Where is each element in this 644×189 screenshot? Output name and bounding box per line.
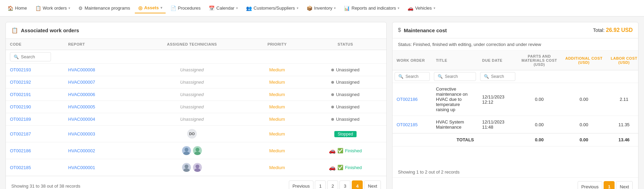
nav-customers-suppliers[interactable]: 👥 Customers/Suppliers ▾ [243, 3, 302, 13]
status-cell: 🚗 ✅ Finished [304, 159, 386, 176]
priority-badge: Medium [269, 131, 285, 137]
right-header-row: WORK ORDER TITLE DUE DATE PARTS ANDMATER… [392, 51, 638, 70]
status-line: Status: Finished, finished with editing,… [392, 38, 638, 51]
labor-cost-cell: 11.35 [607, 116, 638, 133]
due-date-cell: 12/11/2023 12:12 [478, 83, 517, 116]
svg-point-6 [195, 165, 199, 168]
nav-assets[interactable]: ◎ Assets ▾ [135, 3, 166, 13]
col-due-date: DUE DATE [478, 51, 517, 70]
status-dot-icon [331, 93, 334, 96]
status-cell: Unassigned [304, 101, 386, 113]
nav-reports[interactable]: 📊 Reports and indicators ▾ [340, 3, 403, 13]
search-title-input[interactable] [445, 74, 472, 79]
left-pagination-row: Showing 31 to 38 out of 38 records Previ… [6, 176, 386, 189]
procedures-icon: 📄 [170, 5, 176, 11]
page-2-button[interactable]: 2 [327, 180, 338, 189]
nav-home[interactable]: 🏠 Home [4, 3, 30, 13]
check-icon: ✅ [337, 165, 343, 170]
work-order-code-link[interactable]: OT002190 [10, 104, 31, 109]
do-badge: DO [187, 129, 197, 139]
report-link[interactable]: HVAC000005 [68, 104, 95, 109]
priority-badge: Medium [269, 67, 285, 72]
col-report: REPORT [64, 39, 134, 50]
search-wrap[interactable]: 🔍 [10, 52, 51, 61]
title-cell: Corrective maintenance on HVAC due to te… [432, 83, 478, 116]
right-next-button[interactable]: Next [616, 181, 633, 189]
page-3-button[interactable]: 3 [339, 180, 350, 189]
main-content: 📋 Associated work orders CODE REPORT ASS… [0, 16, 644, 189]
page-4-button[interactable]: 4 [352, 180, 363, 189]
col-status: STATUS [304, 39, 386, 50]
work-order-link[interactable]: OT002186 [397, 97, 417, 102]
table-row: OT002193HVAC000008UnassignedMediumUnassi… [6, 64, 386, 76]
search-input[interactable] [21, 54, 48, 59]
svg-point-5 [183, 168, 190, 172]
chevron-down-icon: ▾ [334, 6, 336, 10]
work-orders-table: CODE REPORT ASSIGNED TECHNICIANS PRIORIT… [6, 39, 386, 176]
table-row: OT002190HVAC000005UnassignedMediumUnassi… [6, 101, 386, 113]
table-row: OT002191HVAC000006UnassignedMediumUnassi… [6, 88, 386, 101]
status-dot-icon [331, 69, 334, 71]
col-additional-cost: ADDITIONAL COST(USD) [561, 51, 607, 70]
right-showing-text: Showing 1 to 2 out of 2 records [392, 167, 638, 177]
page-1-button[interactable]: 1 [315, 180, 326, 189]
status-cell: Unassigned [304, 64, 386, 76]
priority-badge: Medium [269, 148, 285, 153]
nav-inventory[interactable]: 📦 Inventory ▾ [303, 3, 339, 13]
table-row: OT002189HVAC000004UnassignedMediumUnassi… [6, 113, 386, 126]
chevron-down-icon: ▾ [68, 6, 70, 10]
work-order-code-link[interactable]: OT002192 [10, 80, 31, 85]
prev-button[interactable]: Previous [289, 180, 314, 189]
work-order-code-link[interactable]: OT002193 [10, 67, 31, 72]
work-order-code-link[interactable]: OT002186 [10, 148, 31, 153]
work-order-code-link[interactable]: OT002187 [10, 131, 31, 137]
cost-icon: $ [398, 27, 401, 33]
work-order-code-link[interactable]: OT002189 [10, 117, 31, 122]
status-dot-icon [331, 118, 334, 121]
technicians-cell [134, 142, 250, 159]
priority-badge: Medium [269, 92, 285, 97]
right-panel-header: $ Maintenance cost Total: 26.92 USD [392, 22, 638, 38]
right-page-1-button[interactable]: 1 [604, 181, 615, 189]
total-area: Total: 26.92 USD [593, 27, 633, 33]
work-order-link[interactable]: OT002185 [397, 122, 417, 127]
search-icon: 🔍 [438, 74, 443, 79]
totals-row: TOTALS 0.00 0.00 13.46 13.46 [392, 133, 638, 146]
left-panel: 📋 Associated work orders CODE REPORT ASS… [5, 22, 387, 189]
status-dot-icon [331, 106, 334, 108]
report-link[interactable]: HVAC000004 [68, 117, 95, 122]
inventory-icon: 📦 [307, 5, 312, 11]
customers-icon: 👥 [246, 5, 252, 11]
report-link[interactable]: HVAC000006 [68, 92, 95, 97]
right-table-wrap: WORK ORDER TITLE DUE DATE PARTS ANDMATER… [392, 51, 638, 167]
work-order-code-link[interactable]: OT002185 [10, 165, 31, 170]
status-badge: Stopped [334, 131, 357, 137]
report-link[interactable]: HVAC000003 [68, 131, 95, 137]
right-pagination: Previous 1 Next [392, 177, 638, 189]
search-date[interactable]: 🔍 [480, 72, 515, 81]
work-order-code-link[interactable]: OT002191 [10, 92, 31, 97]
nav-maintenance-programs[interactable]: ⚙ Maintenance programs [75, 3, 133, 13]
priority-badge: Medium [269, 104, 285, 109]
next-button[interactable]: Next [364, 180, 381, 189]
title-cell: HVAC System Maintenance [432, 116, 478, 133]
search-date-input[interactable] [491, 74, 512, 79]
search-work-order[interactable]: 🔍 [395, 72, 430, 81]
table-row: OT002185HVAC000001 Medium 🚗 ✅ Finished [6, 159, 386, 176]
col-work-order: WORK ORDER [392, 51, 432, 70]
nav-work-orders[interactable]: 📋 Work orders ▾ [32, 3, 74, 13]
right-prev-button[interactable]: Previous [578, 181, 603, 189]
nav-vehicles[interactable]: 🚗 Vehicles ▾ [404, 3, 438, 13]
report-link[interactable]: HVAC000008 [68, 67, 95, 72]
nav-calendar[interactable]: 📅 Calendar ▾ [205, 3, 241, 13]
report-link[interactable]: HVAC000001 [68, 165, 95, 170]
report-link[interactable]: HVAC000007 [68, 80, 95, 85]
report-link[interactable]: HVAC000002 [68, 148, 95, 153]
search-row: 🔍 [6, 50, 386, 64]
technicians-cell: DO [134, 126, 250, 142]
search-work-order-input[interactable] [405, 74, 426, 79]
nav-procedures[interactable]: 📄 Procedures [167, 3, 204, 13]
svg-point-3 [194, 152, 201, 155]
search-title[interactable]: 🔍 [434, 72, 476, 81]
status-cell: 🚗 ✅ Finished [304, 142, 386, 159]
